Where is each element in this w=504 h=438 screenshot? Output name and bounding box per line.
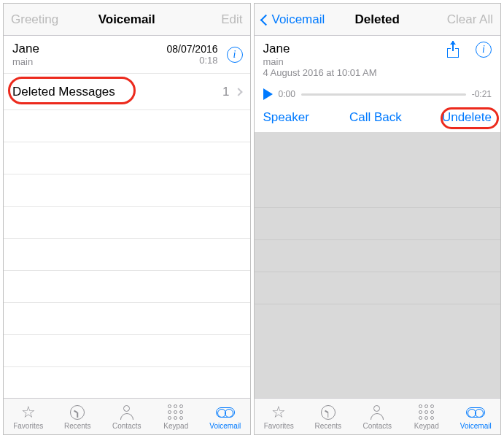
keypad-icon <box>419 404 435 420</box>
tab-favorites[interactable]: ☆ Favorites <box>255 399 304 434</box>
tab-label: Contacts <box>112 422 141 430</box>
tab-label: Favorites <box>13 422 43 430</box>
clear-all-button[interactable]: Clear All <box>447 12 493 27</box>
person-icon <box>120 405 134 420</box>
deleted-screen: Voicemail Deleted Clear All Jane main 4 … <box>254 3 502 435</box>
voicemail-list: Jane main 08/07/2016 0:18 i Deleted Mess… <box>4 36 250 398</box>
star-icon: ☆ <box>21 404 36 420</box>
elapsed-time: 0:00 <box>279 89 295 99</box>
navbar: Greeting Voicemail Edit <box>4 4 250 36</box>
tab-label: Keypad <box>163 422 188 430</box>
tab-label: Keypad <box>414 422 439 430</box>
tab-bar: ☆ Favorites Recents Contacts Keypad Voic… <box>4 398 250 434</box>
chevron-left-icon <box>260 14 271 26</box>
tab-contacts[interactable]: Contacts <box>353 399 403 434</box>
undelete-button[interactable]: Undelete <box>442 110 492 125</box>
share-icon[interactable] <box>445 42 461 58</box>
chevron-right-icon <box>234 88 242 96</box>
star-icon: ☆ <box>271 404 286 420</box>
voicemail-date: 08/07/2016 <box>166 43 217 55</box>
info-icon[interactable]: i <box>227 47 243 63</box>
tab-label: Voicemail <box>460 422 492 430</box>
empty-area <box>255 132 501 398</box>
back-label: Voicemail <box>272 12 325 26</box>
back-button[interactable]: Voicemail <box>262 12 325 27</box>
info-icon[interactable]: i <box>476 42 492 58</box>
tab-contacts[interactable]: Contacts <box>102 399 152 434</box>
tab-label: Favorites <box>264 422 294 430</box>
person-icon <box>370 405 384 420</box>
voicemail-icon <box>216 407 235 418</box>
tab-label: Contacts <box>363 422 392 430</box>
callback-button[interactable]: Call Back <box>349 110 402 125</box>
clock-icon <box>70 405 85 420</box>
playback-actions: Speaker Call Back Undelete <box>263 110 492 125</box>
tab-recents[interactable]: Recents <box>53 399 103 434</box>
tab-keypad[interactable]: Keypad <box>152 399 201 434</box>
voicemail-row[interactable]: Jane main 08/07/2016 0:18 i <box>4 36 250 74</box>
tab-recents[interactable]: Recents <box>303 399 353 434</box>
clock-icon <box>321 405 336 420</box>
caller-sub: main <box>12 56 166 67</box>
caller-name: Jane <box>263 42 446 56</box>
voicemail-screen: Greeting Voicemail Edit Jane main 08/07/… <box>3 3 251 435</box>
voicemail-duration: 0:18 <box>166 55 217 66</box>
tab-label: Voicemail <box>209 422 241 430</box>
tab-label: Recents <box>64 422 91 430</box>
voicemail-detail: Jane main 4 August 2016 at 10:01 AM i 0:… <box>255 36 501 132</box>
deleted-messages-count: 1 <box>222 85 229 99</box>
playback-scrubber[interactable]: 0:00 -0:21 <box>263 88 492 100</box>
tab-bar: ☆ Favorites Recents Contacts Keypad Voic… <box>255 398 501 434</box>
keypad-icon <box>168 404 184 420</box>
play-icon[interactable] <box>263 88 273 100</box>
tab-favorites[interactable]: ☆ Favorites <box>4 399 53 434</box>
greeting-button[interactable]: Greeting <box>11 12 58 27</box>
caller-timestamp: 4 August 2016 at 10:01 AM <box>263 67 446 78</box>
deleted-messages-label: Deleted Messages <box>12 85 115 99</box>
caller-name: Jane <box>12 42 166 56</box>
scrubber-track[interactable] <box>301 93 466 96</box>
remaining-time: -0:21 <box>472 89 492 99</box>
tab-label: Recents <box>314 422 341 430</box>
empty-rows <box>4 110 250 367</box>
edit-button[interactable]: Edit <box>221 12 242 27</box>
speaker-button[interactable]: Speaker <box>263 110 309 125</box>
tab-voicemail[interactable]: Voicemail <box>451 399 501 434</box>
voicemail-icon <box>466 407 485 418</box>
tab-voicemail[interactable]: Voicemail <box>201 399 250 434</box>
tab-keypad[interactable]: Keypad <box>402 399 451 434</box>
caller-sub: main <box>263 56 446 67</box>
navbar: Voicemail Deleted Clear All <box>255 4 501 36</box>
deleted-messages-row[interactable]: Deleted Messages 1 <box>4 74 250 110</box>
